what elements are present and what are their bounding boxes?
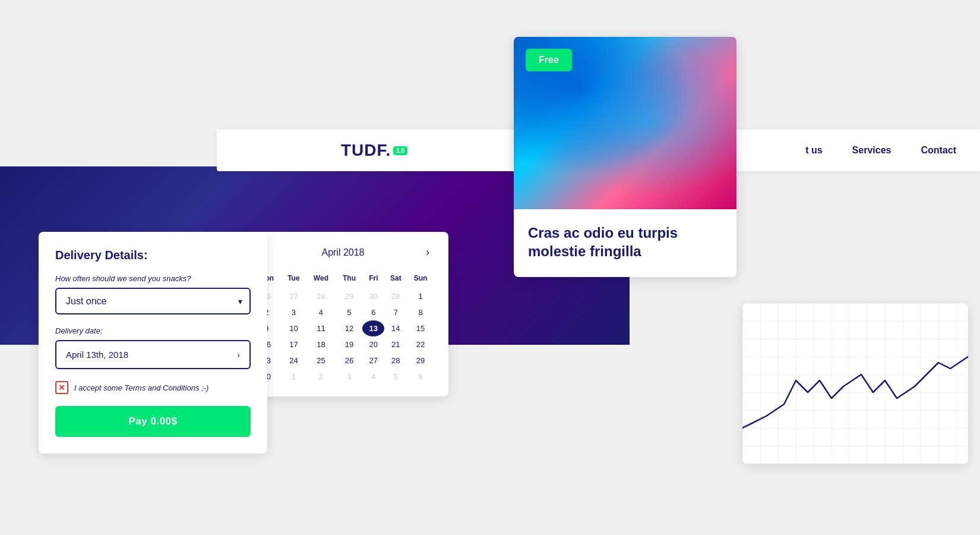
date-field[interactable]: April 13th, 2018 › <box>55 340 251 369</box>
delivery-title: Delivery Details: <box>55 248 251 262</box>
calendar-week-row: 16171819202122 <box>252 336 434 353</box>
date-label: Delivery date: <box>55 326 251 335</box>
calendar-day[interactable]: 11 <box>306 320 336 336</box>
calendar-day[interactable]: 5 <box>384 369 407 385</box>
chart-card <box>742 303 968 464</box>
calendar-day[interactable]: 22 <box>407 336 434 353</box>
calendar-header: ‹ April 2018 › <box>252 244 434 261</box>
calendar-day[interactable]: 6 <box>407 369 434 385</box>
calendar-day[interactable]: 10 <box>282 320 306 336</box>
calendar-week-row: 2627282930281 <box>252 288 434 304</box>
calendar-day[interactable]: 19 <box>336 336 362 353</box>
chart-svg <box>742 303 968 464</box>
calendar-day[interactable]: 30 <box>362 288 384 304</box>
terms-row[interactable]: ✕ I accept some Terms and Conditions ;-) <box>55 381 251 394</box>
checkbox-icon[interactable]: ✕ <box>55 381 68 394</box>
calendar-day[interactable]: 7 <box>384 304 407 320</box>
calendar-day[interactable]: 27 <box>282 288 306 304</box>
delivery-card: Delivery Details: How often should we se… <box>39 232 267 454</box>
calendar-day[interactable]: 21 <box>384 336 407 353</box>
frequency-label: How often should we send you snacks? <box>55 274 251 283</box>
calendar-day[interactable]: 3 <box>282 304 306 320</box>
nav-link-contact[interactable]: Contact <box>921 145 956 156</box>
card-image: Free <box>514 37 736 209</box>
calendar-day-header: Sun <box>407 272 434 288</box>
frequency-select[interactable]: Just once Weekly Monthly <box>55 288 251 314</box>
calendar-week-row: 30123456 <box>252 369 434 385</box>
calendar-day[interactable]: 29 <box>407 353 434 369</box>
calendar-day[interactable]: 4 <box>306 304 336 320</box>
calendar-day[interactable]: 25 <box>306 353 336 369</box>
calendar-day[interactable]: 26 <box>336 353 362 369</box>
calendar-day[interactable]: 28 <box>384 288 407 304</box>
tudf-version-badge: 1.0 <box>393 146 407 155</box>
calendar-day[interactable]: 13 <box>362 320 384 336</box>
calendar-day[interactable]: 1 <box>407 288 434 304</box>
image-card-text-area: Cras ac odio eu turpis molestie fringill… <box>514 209 736 277</box>
calendar-month: April 2018 <box>321 247 364 258</box>
calendar-day[interactable]: 20 <box>362 336 384 353</box>
calendar-day[interactable]: 1 <box>282 369 306 385</box>
calendar-day-header: Tue <box>282 272 306 288</box>
pay-button[interactable]: Pay 0.00$ <box>55 406 251 437</box>
calendar-next-button[interactable]: › <box>421 244 434 261</box>
calendar-day[interactable]: 27 <box>362 353 384 369</box>
free-badge: Free <box>526 49 572 71</box>
calendar-day[interactable]: 18 <box>306 336 336 353</box>
calendar-day[interactable]: 4 <box>362 369 384 385</box>
calendar-day[interactable]: 8 <box>407 304 434 320</box>
calendar-day[interactable]: 3 <box>336 369 362 385</box>
calendar-day-header: Fri <box>362 272 384 288</box>
svg-rect-0 <box>742 303 968 464</box>
chevron-right-icon: › <box>237 350 240 360</box>
image-card: Free Cras ac odio eu turpis molestie fri… <box>514 37 736 277</box>
nav-link-services[interactable]: Services <box>852 145 892 156</box>
calendar-day-header: Wed <box>306 272 336 288</box>
date-value: April 13th, 2018 <box>66 350 128 360</box>
calendar-day[interactable]: 28 <box>384 353 407 369</box>
calendar-day-header: Thu <box>336 272 362 288</box>
date-field-wrapper[interactable]: April 13th, 2018 › <box>55 340 251 369</box>
calendar-week-row: 9101112131415 <box>252 320 434 336</box>
calendar-day[interactable]: 29 <box>336 288 362 304</box>
calendar-day[interactable]: 28 <box>306 288 336 304</box>
terms-label: I accept some Terms and Conditions ;-) <box>74 383 208 392</box>
calendar-day[interactable]: 24 <box>282 353 306 369</box>
calendar-day[interactable]: 14 <box>384 320 407 336</box>
image-card-title: Cras ac odio eu turpis molestie fringill… <box>528 224 722 260</box>
nav-link-about[interactable]: t us <box>805 145 822 156</box>
calendar-day[interactable]: 5 <box>336 304 362 320</box>
calendar-week-row: 2345678 <box>252 304 434 320</box>
frequency-select-wrapper[interactable]: Just once Weekly Monthly ▾ <box>55 288 251 314</box>
calendar-day[interactable]: 2 <box>306 369 336 385</box>
calendar-day[interactable]: 6 <box>362 304 384 320</box>
tudf-logo: TUDF. <box>341 141 391 160</box>
calendar-day[interactable]: 17 <box>282 336 306 353</box>
calendar-week-row: 23242526272829 <box>252 353 434 369</box>
tudf-logo-card: TUDF. 1.0 <box>217 130 532 171</box>
calendar-day[interactable]: 12 <box>336 320 362 336</box>
calendar-grid: MonTueWedThuFriSatSun 262728293028123456… <box>252 272 434 385</box>
calendar-card: ‹ April 2018 › MonTueWedThuFriSatSun 262… <box>238 232 448 396</box>
calendar-day-header: Sat <box>384 272 407 288</box>
calendar-day[interactable]: 15 <box>407 320 434 336</box>
